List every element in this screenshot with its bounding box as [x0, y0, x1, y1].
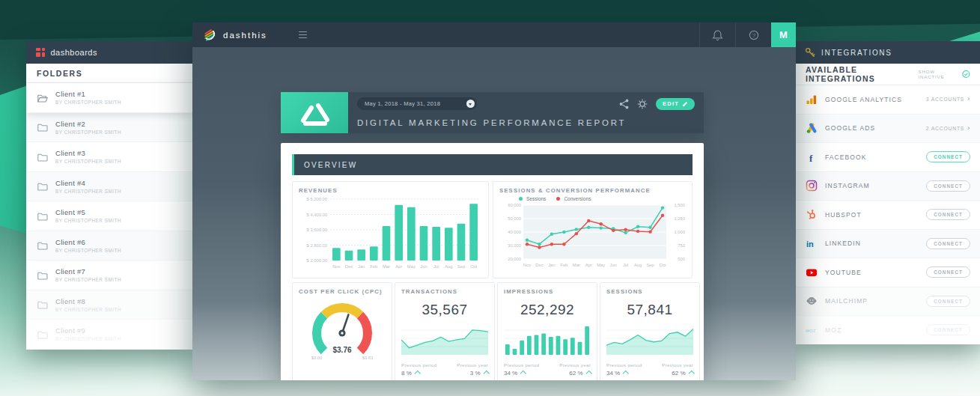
svg-text:Sep: Sep	[457, 264, 465, 269]
connect-button[interactable]: CONNECT	[926, 266, 970, 278]
show-inactive-toggle[interactable]: SHOW INACTIVE	[918, 69, 970, 79]
svg-text:Oct: Oct	[659, 263, 666, 267]
dashboards-icon	[36, 48, 45, 57]
youtube-icon	[806, 266, 818, 278]
folder-name: Client #7	[55, 267, 121, 275]
integration-item: MAILCHIMPCONNECT	[796, 287, 980, 317]
svg-text:50,000: 50,000	[508, 216, 521, 221]
connect-button[interactable]: CONNECT	[926, 180, 970, 192]
top-nav: dashthis ? M	[192, 22, 796, 47]
dashboards-panel: dashboards FOLDERS Client #1BY CHRISTOPH…	[26, 41, 192, 350]
chart-legend: Sessions Conversions	[519, 196, 686, 201]
svg-text:Mar: Mar	[383, 264, 390, 269]
folder-icon	[37, 240, 48, 251]
revenues-chart: REVENUES $ 5,200.00$ 4,400.00$ 3,600.00$…	[292, 181, 489, 278]
folder-name: Client #3	[55, 149, 121, 157]
svg-text:Feb: Feb	[370, 264, 377, 269]
svg-text:Sep: Sep	[646, 263, 654, 267]
menu-icon[interactable]	[296, 28, 310, 42]
google-ads-icon	[806, 122, 818, 134]
connect-button[interactable]: CONNECT	[926, 296, 970, 307]
connect-button[interactable]: CONNECT	[926, 151, 970, 162]
folders-list: Client #1BY CHRISTOPHER SMITHClient #2BY…	[26, 83, 192, 350]
svg-text:Aug: Aug	[634, 263, 642, 267]
folder-owner: BY CHRISTOPHER SMITH	[55, 336, 121, 341]
folder-item[interactable]: Client #2BY CHRISTOPHER SMITH	[26, 113, 192, 143]
folder-item[interactable]: Client #3BY CHRISTOPHER SMITH	[26, 142, 192, 172]
svg-text:20,000: 20,000	[508, 257, 521, 261]
folder-name: Client #2	[55, 120, 121, 128]
folder-owner: BY CHRISTOPHER SMITH	[55, 100, 121, 105]
folder-owner: BY CHRISTOPHER SMITH	[55, 218, 121, 223]
transactions-value: 35,567	[401, 302, 488, 318]
date-range-selector[interactable]: May 1, 2018 - May 31, 2018	[357, 97, 477, 110]
svg-text:May: May	[597, 263, 605, 267]
folder-item[interactable]: Client #1BY CHRISTOPHER SMITH	[26, 83, 192, 113]
transactions-prev-year: 3 %	[470, 370, 481, 377]
svg-text:$3.76: $3.76	[332, 346, 351, 354]
folder-icon	[37, 329, 48, 340]
svg-text:500: 500	[678, 257, 685, 261]
report-header: May 1, 2018 - May 31, 2018	[281, 92, 704, 133]
folder-item[interactable]: Client #9BY CHRISTOPHER SMITH	[26, 320, 192, 350]
date-range-value: May 1, 2018 - May 31, 2018	[365, 100, 440, 107]
svg-text:60,000: 60,000	[508, 203, 521, 207]
transactions-card: TRANSACTIONS 35,567 Previous period 8 % …	[395, 282, 495, 380]
notifications-bell-icon[interactable]	[699, 22, 735, 47]
integration-item: GOOGLE ADS2 ACCOUNTS›	[796, 115, 980, 144]
revenues-bar-chart: $ 5,200.00$ 4,400.00$ 3,600.00$ 2,800.00…	[299, 196, 484, 269]
share-icon[interactable]	[619, 99, 629, 109]
impressions-sparkline	[504, 322, 591, 355]
svg-text:40,000: 40,000	[508, 230, 521, 234]
settings-gear-icon[interactable]	[637, 99, 648, 109]
edit-button[interactable]: EDIT	[656, 98, 695, 110]
available-integrations-label: AVAILABLE INTEGRATIONS	[806, 65, 918, 83]
integrations-title: INTEGRATIONS	[821, 49, 892, 57]
trend-up-icon	[585, 371, 591, 377]
transactions-title: TRANSACTIONS	[401, 288, 488, 295]
brand-home-link[interactable]: dashthis	[192, 28, 275, 43]
sessions-kpi-title: SESSIONS	[606, 288, 693, 295]
accounts-link[interactable]: 2 ACCOUNTS›	[926, 125, 970, 132]
folder-name: Client #9	[55, 326, 121, 335]
svg-text:$ 4,400.00: $ 4,400.00	[307, 213, 327, 217]
folder-name: Client #4	[55, 179, 121, 187]
folder-open-icon	[37, 92, 48, 103]
brand-name: dashthis	[223, 31, 267, 40]
folder-item[interactable]: Client #5BY CHRISTOPHER SMITH	[26, 201, 192, 231]
folder-name: Client #6	[55, 238, 121, 246]
folder-name: Client #1	[55, 90, 121, 98]
svg-text:?: ?	[752, 31, 755, 38]
svg-text:Dec: Dec	[535, 263, 543, 267]
report-title: DIGITAL MARKETING PERFORMANCE REPORT	[357, 118, 695, 127]
dashboards-title: dashboards	[51, 48, 98, 57]
folder-item[interactable]: Client #7BY CHRISTOPHER SMITH	[26, 261, 192, 290]
folder-name: Client #8	[55, 297, 121, 305]
connect-button[interactable]: CONNECT	[926, 209, 970, 220]
folder-item[interactable]: Client #6BY CHRISTOPHER SMITH	[26, 231, 192, 261]
connect-button[interactable]: CONNECT	[926, 324, 970, 335]
integration-name: YOUTUBE	[825, 269, 919, 276]
accounts-link[interactable]: 3 ACCOUNTS›	[926, 96, 970, 103]
connect-button[interactable]: CONNECT	[926, 238, 970, 249]
integration-item: INSTAGRAMCONNECT	[796, 172, 980, 201]
svg-text:Nov: Nov	[523, 263, 531, 267]
svg-text:Aug: Aug	[445, 264, 452, 269]
svg-text:1,250: 1,250	[674, 216, 685, 221]
pencil-icon	[682, 101, 688, 107]
key-icon	[805, 47, 815, 58]
integration-item: fFACEBOOKCONNECT	[796, 143, 980, 172]
conversions-legend-dot	[556, 197, 560, 201]
svg-text:$ 2,000.00: $ 2,000.00	[307, 258, 327, 263]
trend-up-icon	[483, 371, 489, 377]
google-analytics-icon	[806, 94, 818, 106]
folder-item[interactable]: Client #8BY CHRISTOPHER SMITH	[26, 290, 192, 320]
help-icon[interactable]: ?	[735, 22, 771, 47]
impressions-prev-period: 34 %	[504, 370, 517, 377]
instagram-icon	[806, 180, 818, 192]
svg-text:Jan: Jan	[358, 264, 365, 269]
svg-text:1,000: 1,000	[674, 230, 685, 234]
user-avatar[interactable]: M	[771, 22, 796, 47]
linkedin-icon: in	[806, 237, 818, 249]
folder-item[interactable]: Client #4BY CHRISTOPHER SMITH	[26, 172, 192, 202]
